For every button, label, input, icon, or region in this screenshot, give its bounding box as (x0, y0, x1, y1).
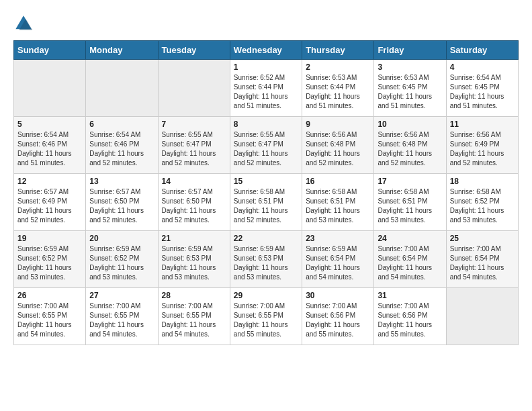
sunrise-text: Sunrise: 7:00 AM (17, 302, 69, 310)
daylight-text: Daylight: 11 hours and 55 minutes. (306, 321, 360, 338)
calendar-cell (446, 288, 518, 345)
calendar-cell: 6 Sunrise: 6:54 AM Sunset: 6:46 PM Dayli… (86, 117, 158, 174)
day-number: 15 (234, 177, 298, 186)
daylight-text: Daylight: 11 hours and 52 minutes. (89, 207, 144, 224)
calendar-week-5: 26 Sunrise: 7:00 AM Sunset: 6:55 PM Dayl… (14, 288, 519, 345)
sunrise-text: Sunrise: 7:00 AM (234, 302, 285, 310)
sunrise-text: Sunrise: 7:00 AM (89, 302, 140, 310)
calendar-week-4: 19 Sunrise: 6:59 AM Sunset: 6:52 PM Dayl… (14, 231, 519, 288)
day-number: 23 (306, 234, 370, 243)
sunset-text: Sunset: 6:55 PM (89, 312, 139, 319)
logo-icon (13, 13, 34, 34)
sunset-text: Sunset: 6:54 PM (378, 255, 427, 262)
day-info: Sunrise: 7:00 AM Sunset: 6:55 PM Dayligh… (17, 302, 82, 339)
day-number: 24 (378, 234, 442, 243)
sunrise-text: Sunrise: 6:58 AM (234, 188, 285, 195)
daylight-text: Daylight: 11 hours and 51 minutes. (378, 93, 432, 109)
sunrise-text: Sunrise: 6:58 AM (450, 188, 501, 195)
sunset-text: Sunset: 6:48 PM (378, 140, 427, 148)
sunset-text: Sunset: 6:48 PM (306, 140, 355, 148)
calendar-cell (158, 60, 230, 117)
weekday-header-thursday: Thursday (302, 41, 374, 60)
calendar-cell: 21 Sunrise: 6:59 AM Sunset: 6:53 PM Dayl… (158, 231, 230, 288)
daylight-text: Daylight: 11 hours and 53 minutes. (450, 207, 504, 224)
day-info: Sunrise: 6:58 AM Sunset: 6:52 PM Dayligh… (450, 187, 515, 225)
sunrise-text: Sunrise: 6:57 AM (89, 188, 140, 195)
daylight-text: Daylight: 11 hours and 54 minutes. (306, 264, 360, 281)
day-info: Sunrise: 6:58 AM Sunset: 6:51 PM Dayligh… (378, 187, 442, 225)
sunset-text: Sunset: 6:45 PM (378, 83, 427, 91)
day-info: Sunrise: 6:58 AM Sunset: 6:51 PM Dayligh… (306, 187, 370, 225)
sunset-text: Sunset: 6:56 PM (378, 312, 427, 319)
sunrise-text: Sunrise: 6:55 AM (162, 131, 213, 138)
logo (13, 13, 38, 34)
day-info: Sunrise: 7:00 AM Sunset: 6:54 PM Dayligh… (450, 244, 515, 282)
day-info: Sunrise: 7:00 AM Sunset: 6:54 PM Dayligh… (378, 244, 442, 282)
sunset-text: Sunset: 6:47 PM (234, 140, 283, 148)
day-info: Sunrise: 6:57 AM Sunset: 6:50 PM Dayligh… (162, 187, 226, 225)
daylight-text: Daylight: 11 hours and 53 minutes. (234, 264, 288, 281)
sunset-text: Sunset: 6:50 PM (162, 197, 212, 205)
sunset-text: Sunset: 6:46 PM (89, 140, 139, 148)
sunrise-text: Sunrise: 6:55 AM (234, 131, 285, 138)
sunset-text: Sunset: 6:56 PM (306, 312, 355, 319)
sunrise-text: Sunrise: 6:59 AM (162, 245, 213, 253)
daylight-text: Daylight: 11 hours and 52 minutes. (17, 207, 72, 224)
day-number: 5 (17, 120, 82, 129)
sunset-text: Sunset: 6:49 PM (17, 197, 67, 205)
day-number: 31 (378, 291, 442, 300)
daylight-text: Daylight: 11 hours and 54 minutes. (17, 321, 72, 338)
daylight-text: Daylight: 11 hours and 52 minutes. (378, 150, 432, 167)
calendar-cell: 3 Sunrise: 6:53 AM Sunset: 6:45 PM Dayli… (374, 60, 446, 117)
daylight-text: Daylight: 11 hours and 51 minutes. (306, 93, 360, 109)
day-number: 16 (306, 177, 370, 186)
day-number: 12 (17, 177, 82, 186)
day-number: 25 (450, 234, 515, 243)
calendar-cell: 25 Sunrise: 7:00 AM Sunset: 6:54 PM Dayl… (446, 231, 518, 288)
calendar-cell: 23 Sunrise: 6:59 AM Sunset: 6:54 PM Dayl… (302, 231, 374, 288)
sunset-text: Sunset: 6:52 PM (450, 197, 500, 205)
day-number: 8 (234, 120, 298, 129)
calendar-week-2: 5 Sunrise: 6:54 AM Sunset: 6:46 PM Dayli… (14, 117, 519, 174)
sunrise-text: Sunrise: 6:57 AM (162, 188, 213, 195)
daylight-text: Daylight: 11 hours and 51 minutes. (450, 93, 504, 109)
day-info: Sunrise: 6:58 AM Sunset: 6:51 PM Dayligh… (234, 187, 298, 225)
calendar-cell: 15 Sunrise: 6:58 AM Sunset: 6:51 PM Dayl… (230, 174, 302, 231)
sunrise-text: Sunrise: 7:00 AM (450, 245, 501, 253)
day-number: 6 (89, 120, 154, 129)
daylight-text: Daylight: 11 hours and 53 minutes. (162, 264, 216, 281)
day-info: Sunrise: 6:53 AM Sunset: 6:44 PM Dayligh… (306, 73, 370, 111)
page-header (13, 13, 519, 34)
calendar-week-1: 1 Sunrise: 6:52 AM Sunset: 6:44 PM Dayli… (14, 60, 519, 117)
daylight-text: Daylight: 11 hours and 51 minutes. (234, 93, 288, 109)
calendar-cell: 17 Sunrise: 6:58 AM Sunset: 6:51 PM Dayl… (374, 174, 446, 231)
daylight-text: Daylight: 11 hours and 54 minutes. (450, 264, 504, 281)
day-number: 9 (306, 120, 370, 129)
sunrise-text: Sunrise: 7:00 AM (306, 302, 357, 310)
weekday-header-sunday: Sunday (14, 41, 86, 60)
sunset-text: Sunset: 6:51 PM (234, 197, 283, 205)
day-info: Sunrise: 6:57 AM Sunset: 6:50 PM Dayligh… (89, 187, 154, 225)
calendar-cell: 18 Sunrise: 6:58 AM Sunset: 6:52 PM Dayl… (446, 174, 518, 231)
sunset-text: Sunset: 6:51 PM (378, 197, 427, 205)
weekday-header-friday: Friday (374, 41, 446, 60)
calendar-cell (14, 60, 86, 117)
sunrise-text: Sunrise: 6:56 AM (378, 131, 429, 138)
day-info: Sunrise: 6:59 AM Sunset: 6:54 PM Dayligh… (306, 244, 370, 282)
calendar-cell: 13 Sunrise: 6:57 AM Sunset: 6:50 PM Dayl… (86, 174, 158, 231)
sunrise-text: Sunrise: 6:59 AM (17, 245, 69, 253)
daylight-text: Daylight: 11 hours and 52 minutes. (450, 150, 504, 167)
calendar-cell: 1 Sunrise: 6:52 AM Sunset: 6:44 PM Dayli… (230, 60, 302, 117)
daylight-text: Daylight: 11 hours and 52 minutes. (162, 150, 216, 167)
daylight-text: Daylight: 11 hours and 51 minutes. (17, 150, 72, 167)
daylight-text: Daylight: 11 hours and 53 minutes. (89, 264, 144, 281)
sunset-text: Sunset: 6:53 PM (234, 255, 283, 262)
calendar-cell: 30 Sunrise: 7:00 AM Sunset: 6:56 PM Dayl… (302, 288, 374, 345)
day-number: 29 (234, 291, 298, 300)
sunrise-text: Sunrise: 6:53 AM (306, 74, 357, 81)
weekday-header-tuesday: Tuesday (158, 41, 230, 60)
calendar-cell: 24 Sunrise: 7:00 AM Sunset: 6:54 PM Dayl… (374, 231, 446, 288)
calendar-cell: 12 Sunrise: 6:57 AM Sunset: 6:49 PM Dayl… (14, 174, 86, 231)
day-number: 20 (89, 234, 154, 243)
day-info: Sunrise: 6:59 AM Sunset: 6:52 PM Dayligh… (17, 244, 82, 282)
